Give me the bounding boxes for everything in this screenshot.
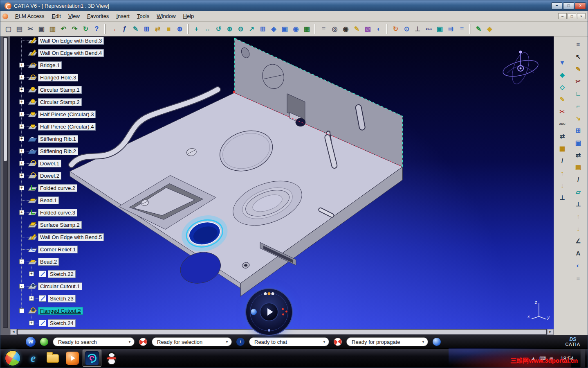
anchor-button[interactable]: ⊥ [557,192,568,203]
expand-icon[interactable]: + [29,321,34,325]
swirl-icon[interactable] [139,338,147,346]
tree-item-label[interactable]: Folded curve.3 [38,209,77,217]
axis-system-button[interactable]: ⊥ [412,23,423,34]
update-parameters-button[interactable]: ▣ [434,23,445,34]
tree-item[interactable]: +Bridge.1 [10,59,157,71]
mdi-minimize-button[interactable]: – [558,13,567,19]
search-orb-icon[interactable] [40,338,48,346]
propagate-combobox[interactable]: Ready for propagate ▼ [346,337,428,346]
history-button[interactable]: ⊙ [401,23,412,34]
list-view-button[interactable]: ≡ [456,23,467,34]
tree-item-label[interactable]: Half Pierce (Circular).4 [38,123,96,131]
rotate-button[interactable]: ↺ [213,23,224,34]
brush-button[interactable]: ✎ [473,23,484,34]
fly-through-button[interactable]: → [108,23,119,34]
tree-item-label[interactable]: Bead.1 [38,196,59,204]
refresh-button[interactable]: ↻ [390,23,401,34]
expand-icon[interactable]: + [19,149,24,154]
expand-icon[interactable]: + [19,173,24,178]
tree-item-label[interactable]: Flanged Hole.3 [38,74,78,81]
tree-item[interactable]: +Stiffening Rib.1 [10,133,157,145]
half-tone-button[interactable]: ◐ [572,260,584,271]
tree-item[interactable]: +Sketch.24 [10,317,157,329]
tree-item[interactable]: +Half Pierce (Circular).4 [10,120,157,133]
normal-view-button[interactable]: ↗ [246,23,257,34]
undo-button[interactable]: ↶ [58,23,69,34]
attach-button[interactable]: ⇄ [152,23,163,34]
update-button[interactable]: ↻ [80,23,91,34]
tree-item[interactable]: Bead.1 [10,194,157,206]
chat-combobox[interactable]: Ready to chat ▼ [249,337,329,346]
3d-compass[interactable] [501,50,539,86]
tree-item[interactable]: Surface Stamp.2 [10,219,157,231]
scroll-left-arrow[interactable]: ◄ [10,329,17,335]
measure-button[interactable]: 10.1 [423,23,434,34]
maximize-button[interactable]: □ [563,2,574,9]
window-layout-button[interactable]: ⊞ [141,23,152,34]
knife-button[interactable]: ✂ [572,76,584,86]
file-explorer-button[interactable] [43,350,62,367]
scroll-right-arrow[interactable]: ► [547,329,554,335]
sequence-button[interactable]: ⇉ [445,23,456,34]
wall-tool-button[interactable]: ∟ [572,88,584,99]
show-desktop-button[interactable] [581,349,585,368]
trim-button[interactable]: ✂ [557,106,568,117]
tree-item-label[interactable]: Wall On Edge with Bend.5 [38,233,104,241]
tree-item-label[interactable]: Half Pierce (Circular).3 [38,111,96,118]
mdi-close-button[interactable]: × [577,13,586,19]
chevron-down-icon[interactable]: ▼ [225,340,229,344]
pan-button[interactable]: ↔ [202,23,213,34]
play-center-button[interactable] [260,303,278,321]
tree-item[interactable]: -Circular Cutout.1 [10,280,157,292]
mdi-restore-button[interactable]: □ [568,13,576,19]
angle-measure-button[interactable]: ∠ [572,235,584,246]
select-cursor-button[interactable]: ↖ [572,51,584,62]
swirl-icon[interactable] [334,338,342,346]
tree-item-label[interactable]: Circular Stamp.2 [38,98,82,106]
stamp-tool-button[interactable]: ▤ [572,162,584,172]
unfold-button[interactable]: ↘ [572,113,584,123]
link-button[interactable]: ⊕ [174,23,185,34]
bottom-dot-icon[interactable] [268,329,270,332]
axis-tool-button[interactable]: ⊥ [572,199,584,209]
snap-button[interactable]: ◎ [329,23,340,34]
chevron-down-icon[interactable]: ▼ [422,340,425,344]
tree-item-label[interactable]: Stiffening Rib.1 [38,135,78,143]
collapse-icon[interactable]: - [19,284,24,289]
sphere-nav-icon[interactable] [251,309,257,315]
tree-item[interactable]: -Bead.2 [10,255,157,268]
expand-icon[interactable]: + [19,75,24,80]
stamp-pad-button[interactable]: ▦ [557,143,568,154]
zoom-out-button[interactable]: ⊖ [235,23,246,34]
filter-button[interactable]: ▼ [557,57,568,68]
tree-item[interactable]: +Circular Stamp.2 [10,96,157,108]
start-button[interactable] [5,350,20,366]
formula-button[interactable]: ƒ [119,23,130,34]
tree-item[interactable]: +Flanged Hole.3 [10,71,157,84]
tree-item[interactable]: +Stiffening Rib.2 [10,145,157,157]
camera-button[interactable]: ◉ [340,23,351,34]
tree-item[interactable]: +Folded curve.2 [10,182,157,194]
search-combobox[interactable]: Ready to search ▼ [53,337,135,346]
fold-down-button[interactable]: ↓ [572,223,584,234]
expand-icon[interactable]: + [19,210,24,215]
plane-tool-button[interactable]: ▱ [572,186,584,197]
tree-item-label[interactable]: Wall On Edge with Bend.4 [38,49,104,57]
expand-icon[interactable]: + [29,271,34,276]
menu-favorites[interactable]: Favorites [83,12,112,20]
catalog-button[interactable]: ≡ [318,23,329,34]
section-gem-button[interactable]: ◇ [557,81,568,92]
expand-icon[interactable]: + [19,124,24,129]
menu-plm-access[interactable]: PLM Access [11,12,48,20]
tree-item[interactable]: -Flanged Cutout.2 [10,305,157,317]
diag-line-button[interactable]: / [557,155,568,166]
arrow-down-button[interactable]: ↓ [557,180,568,190]
dowel-hole[interactable] [296,118,305,126]
expand-icon[interactable]: + [19,112,24,117]
chevron-down-icon[interactable]: ▼ [128,340,131,344]
library-button[interactable]: ◆ [484,23,495,34]
panel-menu-button[interactable]: ≡ [572,39,584,50]
qq-button[interactable] [102,350,121,367]
zoom-in-button[interactable]: ⊕ [224,23,235,34]
vertical-scrollbar-thumb[interactable] [4,38,7,161]
